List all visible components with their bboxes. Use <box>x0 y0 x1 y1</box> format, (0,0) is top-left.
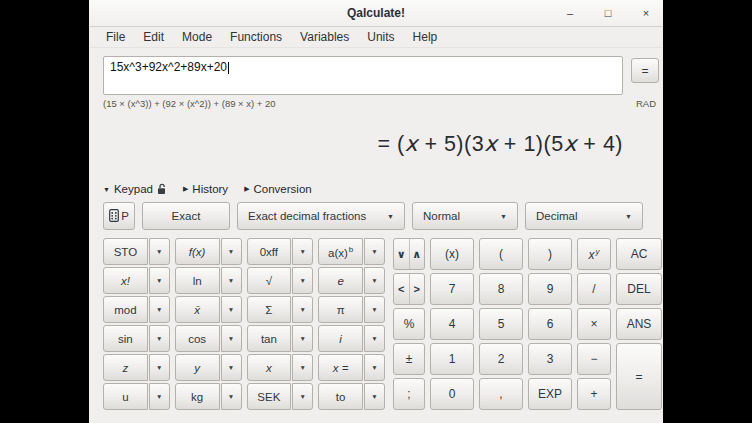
key-8[interactable]: 8 <box>479 273 523 305</box>
key-u[interactable]: u <box>103 383 148 410</box>
key-3[interactable]: 3 <box>528 343 572 375</box>
key-9[interactable]: 9 <box>528 273 572 305</box>
key-left-right-a[interactable]: < <box>394 274 409 304</box>
menu-file[interactable]: File <box>97 28 134 46</box>
key-close-paren[interactable]: ) <box>528 238 572 270</box>
key-power[interactable]: xy <box>577 238 611 270</box>
key-e[interactable]: e <box>318 267 363 294</box>
key-x-equals-dropdown[interactable]: ▼ <box>364 354 385 381</box>
key-cos[interactable]: cos <box>175 325 220 352</box>
key-ans[interactable]: ANS <box>616 308 662 340</box>
key-u-dropdown[interactable]: ▼ <box>149 383 170 410</box>
key-del[interactable]: DEL <box>616 273 662 305</box>
key-multiply[interactable]: × <box>577 308 611 340</box>
key-equals[interactable]: = <box>616 343 662 410</box>
key-ln[interactable]: ln <box>175 267 220 294</box>
key-z[interactable]: z <box>103 354 148 381</box>
key-pi[interactable]: π <box>318 296 363 323</box>
key-sum-dropdown[interactable]: ▼ <box>292 296 313 323</box>
key-add[interactable]: + <box>577 378 611 410</box>
key-left-right[interactable]: <> <box>393 273 425 305</box>
programming-keypad-button[interactable]: P <box>103 202 135 230</box>
key-semicolon[interactable]: ; <box>393 378 425 410</box>
calculate-button[interactable]: = <box>631 58 659 83</box>
key-y[interactable]: y <box>175 354 220 381</box>
key-tan[interactable]: tan <box>247 325 292 352</box>
maximize-icon[interactable]: □ <box>601 8 615 19</box>
key-divide[interactable]: / <box>577 273 611 305</box>
menu-help[interactable]: Help <box>404 28 447 46</box>
key-function-dropdown[interactable]: ▼ <box>221 238 242 265</box>
key-sqrt-dropdown[interactable]: ▼ <box>292 267 313 294</box>
minimize-icon[interactable]: – <box>563 8 577 19</box>
key-function[interactable]: f(x) <box>175 238 220 265</box>
number-base-dropdown[interactable]: Decimal ▼ <box>525 202 643 230</box>
key-to-dropdown[interactable]: ▼ <box>364 383 385 410</box>
tab-keypad[interactable]: ▼Keypad <box>103 183 167 195</box>
key-sin-dropdown[interactable]: ▼ <box>149 325 170 352</box>
menu-edit[interactable]: Edit <box>134 28 173 46</box>
key-tan-dropdown[interactable]: ▼ <box>292 325 313 352</box>
key-6[interactable]: 6 <box>528 308 572 340</box>
key-mod-dropdown[interactable]: ▼ <box>149 296 170 323</box>
key-y-dropdown[interactable]: ▼ <box>221 354 242 381</box>
menu-variables[interactable]: Variables <box>291 28 358 46</box>
key-axb[interactable]: a(x)b <box>318 238 363 265</box>
key-x-dropdown[interactable]: ▼ <box>292 354 313 381</box>
tab-conversion[interactable]: ▶Conversion <box>244 183 312 195</box>
key-sek[interactable]: SEK <box>247 383 292 410</box>
menu-mode[interactable]: Mode <box>173 28 221 46</box>
key-exp[interactable]: EXP <box>528 378 572 410</box>
key-ac[interactable]: AC <box>616 238 662 270</box>
key-hex[interactable]: 0xff <box>247 238 292 265</box>
key-1[interactable]: 1 <box>430 343 474 375</box>
key-kg-dropdown[interactable]: ▼ <box>221 383 242 410</box>
key-i-dropdown[interactable]: ▼ <box>364 325 385 352</box>
key-cos-dropdown[interactable]: ▼ <box>221 325 242 352</box>
lock-icon[interactable] <box>157 183 167 195</box>
key-axb-dropdown[interactable]: ▼ <box>364 238 385 265</box>
key-sek-dropdown[interactable]: ▼ <box>292 383 313 410</box>
key-up-down[interactable]: ∨∧ <box>393 238 425 270</box>
key-to[interactable]: to <box>318 383 363 410</box>
key-4[interactable]: 4 <box>430 308 474 340</box>
key-2[interactable]: 2 <box>479 343 523 375</box>
key-up-down-b[interactable]: ∧ <box>409 239 425 269</box>
key-up-down-a[interactable]: ∨ <box>394 239 409 269</box>
key-plus-minus[interactable]: ± <box>393 343 425 375</box>
key-mean[interactable]: x̄ <box>175 296 220 323</box>
menu-units[interactable]: Units <box>358 28 403 46</box>
key-ln-dropdown[interactable]: ▼ <box>221 267 242 294</box>
tab-history[interactable]: ▶History <box>183 183 228 195</box>
key-7[interactable]: 7 <box>430 273 474 305</box>
exact-toggle-button[interactable]: Exact <box>142 202 230 230</box>
key-pi-dropdown[interactable]: ▼ <box>364 296 385 323</box>
key-i[interactable]: i <box>318 325 363 352</box>
key-store[interactable]: STO <box>103 238 148 265</box>
key-0[interactable]: 0 <box>430 378 474 410</box>
key-decimal[interactable]: , <box>479 378 523 410</box>
key-hex-dropdown[interactable]: ▼ <box>292 238 313 265</box>
key-e-dropdown[interactable]: ▼ <box>364 267 385 294</box>
menu-functions[interactable]: Functions <box>221 28 291 46</box>
key-subtract[interactable]: − <box>577 343 611 375</box>
key-sum[interactable]: Σ <box>247 296 292 323</box>
fraction-mode-dropdown[interactable]: Exact decimal fractions ▼ <box>237 202 405 230</box>
display-mode-dropdown[interactable]: Normal ▼ <box>412 202 518 230</box>
key-sqrt[interactable]: √ <box>247 267 292 294</box>
key-kg[interactable]: kg <box>175 383 220 410</box>
key-x[interactable]: x <box>247 354 292 381</box>
key-mean-dropdown[interactable]: ▼ <box>221 296 242 323</box>
key-x-equals[interactable]: x = <box>318 354 363 381</box>
key-mod[interactable]: mod <box>103 296 148 323</box>
key-factorial[interactable]: x! <box>103 267 148 294</box>
key-5[interactable]: 5 <box>479 308 523 340</box>
key-open-paren[interactable]: ( <box>479 238 523 270</box>
close-icon[interactable]: × <box>639 8 653 19</box>
key-factorial-dropdown[interactable]: ▼ <box>149 267 170 294</box>
key-left-right-b[interactable]: > <box>409 274 425 304</box>
key-percent[interactable]: % <box>393 308 425 340</box>
key-sin[interactable]: sin <box>103 325 148 352</box>
key-x-parens[interactable]: (x) <box>430 238 474 270</box>
key-store-dropdown[interactable]: ▼ <box>149 238 170 265</box>
